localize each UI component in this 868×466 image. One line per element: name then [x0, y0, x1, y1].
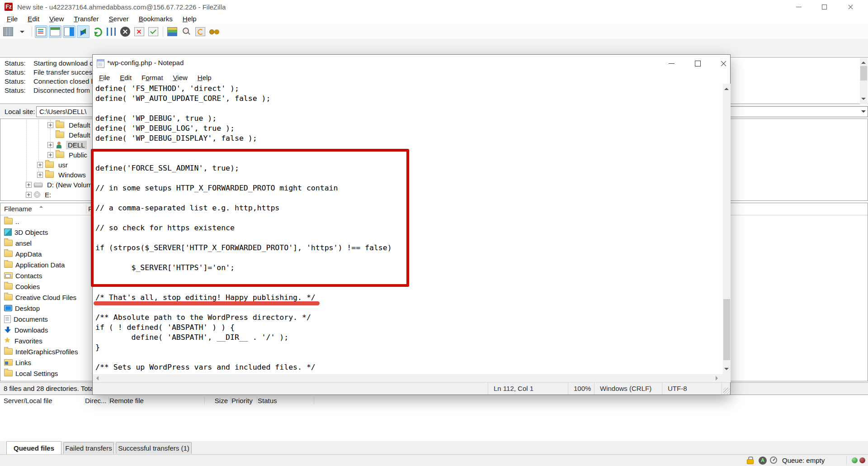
expand-plus-icon[interactable]	[47, 122, 53, 128]
toolbar-button[interactable]	[49, 25, 61, 38]
scroll-up-icon[interactable]	[724, 86, 729, 90]
tree-item[interactable]: D: (New Volume	[0, 180, 98, 190]
resize-grip[interactable]	[723, 388, 730, 394]
menu-item[interactable]: View	[44, 14, 69, 24]
chevron-down-icon[interactable]	[861, 110, 866, 115]
queue-tab[interactable]: Queued files	[6, 441, 61, 454]
queue-column-header[interactable]: Direc...	[85, 397, 109, 404]
notepad-close-button[interactable]	[712, 55, 734, 72]
notepad-minimize-button[interactable]	[661, 55, 682, 72]
expand-plus-icon[interactable]	[47, 142, 53, 148]
toolbar-button[interactable]	[166, 25, 179, 38]
menu-item[interactable]: File	[94, 72, 115, 83]
toolbar-button[interactable]	[147, 25, 160, 38]
tree-item[interactable]: Windows	[0, 170, 88, 180]
queue-column-header[interactable]: Priority	[231, 397, 257, 404]
toolbar-button[interactable]	[35, 25, 47, 38]
folder-icon	[56, 122, 64, 128]
scroll-up-icon[interactable]	[861, 59, 866, 64]
scrollbar-thumb[interactable]	[860, 66, 867, 81]
expand-plus-icon[interactable]	[26, 192, 32, 198]
expand-plus-icon[interactable]	[37, 172, 43, 178]
menu-item[interactable]: Format	[137, 72, 168, 83]
file-row[interactable]: Documents	[0, 314, 48, 324]
toolbar-button[interactable]	[208, 25, 221, 38]
menu-item[interactable]: Bookmarks	[134, 14, 178, 24]
filename-column-header[interactable]: Filename	[4, 205, 32, 213]
file-row[interactable]: Contacts	[0, 270, 42, 281]
code-line: /* That's all, stop editing! Happy publi…	[93, 293, 723, 303]
queue-column-header[interactable]: Server/Local file	[4, 397, 85, 404]
toolbar-button[interactable]	[194, 25, 207, 38]
menu-item[interactable]: View	[168, 72, 193, 83]
expand-plus-icon[interactable]	[26, 182, 32, 188]
toolbar-button[interactable]	[119, 25, 132, 38]
scroll-right-icon[interactable]	[716, 376, 720, 380]
tree-item[interactable]: Public	[0, 150, 89, 160]
file-row[interactable]: ..	[0, 216, 19, 227]
file-row[interactable]: Creative Cloud Files	[0, 292, 76, 303]
close-button[interactable]	[840, 0, 861, 14]
minimize-button[interactable]	[788, 0, 809, 14]
file-row[interactable]: Application Data	[0, 259, 65, 270]
menu-item[interactable]: Edit	[23, 14, 44, 24]
code-line	[93, 104, 723, 114]
file-row[interactable]: Cookies	[0, 281, 40, 292]
tree-item[interactable]: usr	[0, 160, 70, 170]
scroll-left-icon[interactable]	[94, 376, 99, 380]
file-row[interactable]: Downloads	[0, 324, 48, 335]
notepad-horizontal-scrollbar[interactable]	[93, 374, 723, 382]
menu-item[interactable]: Transfer	[69, 14, 104, 24]
file-row[interactable]: Local Settings	[0, 368, 58, 379]
tree-item[interactable]: DELL	[0, 140, 87, 150]
queue-tab[interactable]: Failed transfers	[63, 442, 114, 454]
menu-item[interactable]: Edit	[115, 72, 137, 83]
queue-column-header[interactable]: Size	[205, 397, 231, 404]
queue-column-header[interactable]: Status	[258, 397, 314, 404]
menu-item[interactable]: Help	[193, 72, 217, 83]
line-ending: Windows (CRLF)	[594, 383, 662, 395]
menu-item[interactable]: Help	[178, 14, 202, 24]
toolbar-button[interactable]	[77, 25, 90, 38]
settings-gear-icon[interactable]	[759, 456, 767, 465]
toolbar-button[interactable]	[133, 25, 146, 38]
toolbar-button[interactable]	[2, 25, 14, 38]
queue-tab[interactable]: Successful transfers (1)	[116, 442, 192, 454]
maximize-button[interactable]	[814, 0, 835, 14]
filesize-column-header[interactable]: F	[88, 205, 92, 213]
queue-column-header[interactable]: Remote file	[109, 397, 205, 404]
toolbar-button[interactable]	[16, 25, 28, 38]
menu-item[interactable]: File	[2, 14, 23, 24]
toolbar-button[interactable]	[180, 25, 193, 38]
scrollbar-thumb[interactable]	[723, 299, 730, 360]
toolbar-button[interactable]	[63, 25, 75, 38]
notepad-maximize-button[interactable]	[687, 55, 708, 72]
tree-item[interactable]: E:	[0, 190, 53, 200]
notepad-vertical-scrollbar[interactable]	[723, 84, 731, 374]
scroll-down-icon[interactable]	[861, 98, 866, 102]
desktop-icon	[4, 305, 12, 311]
menu-item[interactable]: Server	[104, 14, 134, 24]
toolbar-button[interactable]	[105, 25, 118, 38]
file-row[interactable]: AppData	[0, 248, 42, 259]
notepad-text-area[interactable]: define( 'FS_METHOD', 'direct' );define( …	[93, 84, 723, 374]
file-row[interactable]: 3D Objects	[0, 227, 48, 238]
expand-plus-icon[interactable]	[47, 152, 53, 158]
directory-comparison-icon	[167, 27, 177, 36]
tree-item[interactable]: Default	[0, 120, 92, 130]
log-scrollbar[interactable]	[860, 58, 868, 104]
filezilla-titlebar: New site - u422237164.ahmedabbass.com@15…	[0, 0, 868, 14]
file-row[interactable]: Links	[0, 357, 31, 368]
toolbar-button[interactable]	[91, 25, 104, 38]
folder-icon	[4, 348, 13, 355]
file-row[interactable]: Favorites	[0, 335, 42, 346]
scroll-down-icon[interactable]	[724, 368, 729, 372]
speed-limits-gauge-icon[interactable]	[770, 456, 777, 464]
expand-plus-icon[interactable]	[37, 162, 43, 168]
tree-item[interactable]: Default U	[0, 130, 99, 140]
file-row[interactable]: ansel	[0, 238, 32, 248]
file-name: ansel	[15, 239, 32, 247]
file-row[interactable]: IntelGraphicsProfiles	[0, 346, 78, 357]
file-row[interactable]: Desktop	[0, 303, 40, 314]
secure-connection-icon[interactable]	[747, 456, 754, 464]
